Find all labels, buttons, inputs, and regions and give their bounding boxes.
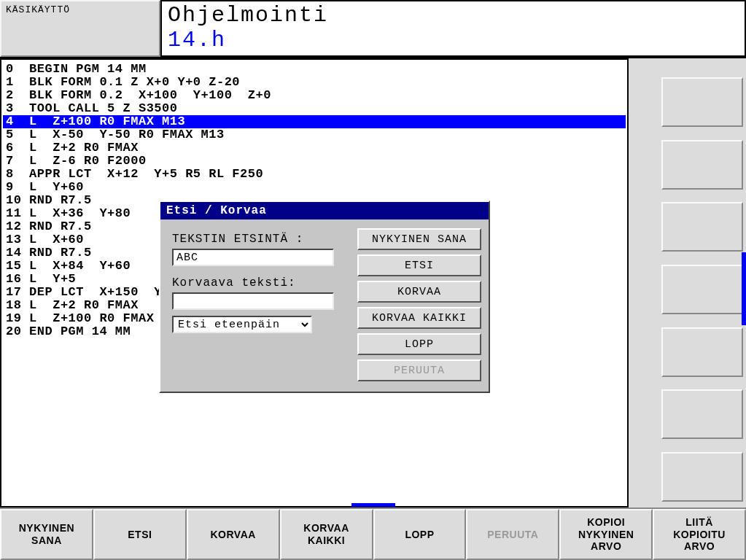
page-title: Ohjelmointi: [168, 3, 739, 28]
code-line[interactable]: 7 L Z-6 R0 F2000: [3, 155, 626, 168]
page-subtitle: 14.h: [168, 28, 739, 52]
end-button[interactable]: LOPP: [357, 333, 481, 355]
find-button[interactable]: ETSI: [357, 254, 481, 276]
right-softkey-rail: [629, 58, 746, 508]
softkey-find[interactable]: ETSI: [93, 509, 187, 560]
side-button-3[interactable]: [661, 202, 743, 252]
softkey-replace-all[interactable]: KORVAA KAIKKI: [280, 509, 373, 560]
code-line[interactable]: 3 TOOL CALL 5 Z S3500: [3, 102, 626, 115]
dialog-title: Etsi / Korvaa: [160, 202, 489, 219]
side-button-1[interactable]: [661, 77, 743, 127]
search-label: TEKSTIN ETSINTÄ :: [172, 233, 350, 246]
replace-all-button[interactable]: KORVAA KAIKKI: [357, 307, 481, 329]
dialog-inputs: TEKSTIN ETSINTÄ : Korvaava teksti: Etsi …: [172, 228, 350, 381]
side-button-6[interactable]: [661, 389, 743, 439]
replace-button[interactable]: KORVAA: [357, 281, 481, 303]
bottom-softkey-bar: NYKYINEN SANA ETSI KORVAA KORVAA KAIKKI …: [0, 508, 746, 560]
replace-input[interactable]: [172, 292, 334, 310]
code-line[interactable]: 5 L X-50 Y-50 R0 FMAX M13: [3, 128, 626, 141]
mode-label: KÄSIKÄYTTÖ: [6, 4, 70, 15]
side-button-4[interactable]: [661, 265, 743, 314]
softkey-page-indicator: [351, 503, 395, 507]
title-panel: Ohjelmointi 14.h: [160, 0, 746, 57]
code-line[interactable]: 1 BLK FORM 0.1 Z X+0 Y+0 Z-20: [3, 76, 626, 89]
code-line[interactable]: 2 BLK FORM 0.2 X+100 Y+100 Z+0: [3, 89, 626, 102]
code-line[interactable]: 9 L Y+60: [3, 181, 626, 194]
softkey-end[interactable]: LOPP: [373, 509, 467, 560]
replace-label: Korvaava teksti:: [172, 276, 350, 289]
softkey-current-word[interactable]: NYKYINEN SANA: [0, 509, 93, 560]
side-button-2[interactable]: [661, 140, 743, 190]
softkey-replace[interactable]: KORVAA: [187, 509, 280, 560]
find-replace-dialog: Etsi / Korvaa TEKSTIN ETSINTÄ : Korvaava…: [159, 201, 490, 393]
side-button-5[interactable]: [661, 327, 743, 377]
cancel-button[interactable]: PERUUTA: [357, 359, 481, 381]
dialog-buttons: NYKYINEN SANA ETSI KORVAA KORVAA KAIKKI …: [357, 228, 481, 381]
dialog-body: TEKSTIN ETSINTÄ : Korvaava teksti: Etsi …: [160, 219, 489, 392]
search-input[interactable]: [172, 249, 334, 266]
side-button-7[interactable]: [661, 452, 743, 502]
code-line[interactable]: 8 APPR LCT X+12 Y+5 R5 RL F250: [3, 168, 626, 181]
scrollbar-thumb[interactable]: [742, 252, 746, 325]
code-line[interactable]: 6 L Z+2 R0 FMAX: [3, 141, 626, 155]
softkey-paste-copied-value[interactable]: LIITÄ KOPIOITU ARVO: [653, 509, 746, 560]
direction-select[interactable]: Etsi eteenpäin: [172, 316, 312, 333]
softkey-cancel[interactable]: PERUUTA: [466, 509, 559, 560]
mode-label-panel: KÄSIKÄYTTÖ: [0, 0, 160, 57]
code-line[interactable]: 4 L Z+100 R0 FMAX M13: [3, 115, 626, 128]
current-word-button[interactable]: NYKYINEN SANA: [357, 228, 481, 250]
code-line[interactable]: 0 BEGIN PGM 14 MM: [3, 63, 626, 76]
softkey-copy-current-value[interactable]: KOPIOI NYKYINEN ARVO: [559, 509, 653, 560]
header: KÄSIKÄYTTÖ Ohjelmointi 14.h: [0, 0, 746, 58]
main-area: 0 BEGIN PGM 14 MM1 BLK FORM 0.1 Z X+0 Y+…: [0, 58, 746, 508]
